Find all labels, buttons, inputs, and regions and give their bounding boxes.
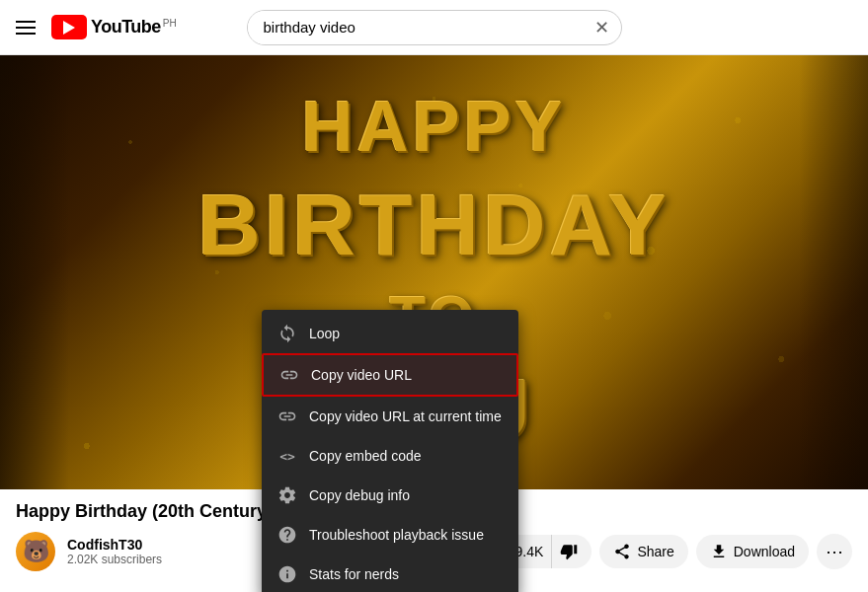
context-menu-copy-embed[interactable]: <> Copy embed code: [262, 436, 518, 476]
link-time-icon: [277, 407, 297, 426]
side-overlay-left: [0, 55, 69, 489]
loop-label: Loop: [309, 326, 340, 341]
copy-embed-label: Copy embed code: [309, 448, 422, 464]
video-player[interactable]: HAPPY BIRTHDAY TO YOU Loop C: [0, 55, 868, 489]
link-icon: [279, 365, 299, 385]
thumbs-down-icon: [560, 543, 578, 560]
embed-icon: <>: [277, 446, 297, 466]
troubleshoot-label: Troubleshoot playback issue: [309, 527, 484, 543]
download-label: Download: [734, 544, 795, 559]
search-bar: ✕: [247, 10, 622, 45]
logo-text: YouTube: [91, 17, 161, 37]
action-buttons: 9.4K Share Download: [478, 534, 852, 569]
copy-url-time-label: Copy video URL at current time: [309, 408, 502, 424]
context-menu-loop[interactable]: Loop: [262, 314, 518, 353]
share-icon: [613, 543, 631, 560]
search-input[interactable]: [248, 11, 583, 44]
context-menu: Loop Copy video URL Copy video URL at cu…: [262, 310, 518, 592]
context-menu-stats[interactable]: Stats for nerds: [262, 555, 518, 592]
more-dots-icon: ⋯: [826, 541, 843, 562]
context-menu-copy-url-time[interactable]: Copy video URL at current time: [262, 397, 518, 436]
download-icon: [710, 543, 728, 560]
side-overlay-right: [799, 55, 868, 489]
search-clear-button[interactable]: ✕: [583, 17, 621, 38]
channel-avatar[interactable]: 🐻: [16, 532, 55, 571]
dislike-button[interactable]: [552, 535, 592, 568]
logo-country: PH: [163, 18, 177, 29]
debug-icon: [277, 485, 297, 505]
copy-url-label: Copy video URL: [311, 367, 412, 383]
youtube-logo-icon: [51, 15, 87, 39]
more-button[interactable]: ⋯: [817, 534, 852, 569]
share-button[interactable]: Share: [599, 535, 687, 568]
copy-debug-label: Copy debug info: [309, 487, 410, 503]
loop-icon: [277, 324, 297, 343]
context-menu-troubleshoot[interactable]: Troubleshoot playback issue: [262, 515, 518, 555]
stats-label: Stats for nerds: [309, 566, 399, 582]
context-menu-copy-debug[interactable]: Copy debug info: [262, 476, 518, 515]
context-menu-copy-url[interactable]: Copy video URL: [262, 353, 518, 397]
avatar-emoji: 🐻: [23, 539, 49, 564]
hamburger-menu[interactable]: [16, 21, 36, 35]
youtube-logo[interactable]: YouTube PH: [51, 15, 177, 39]
like-count: 9.4K: [515, 544, 544, 559]
info-icon: [277, 564, 297, 584]
share-label: Share: [637, 544, 673, 559]
header: YouTube PH ✕: [0, 0, 868, 55]
help-icon: [277, 525, 297, 545]
download-button[interactable]: Download: [696, 535, 809, 568]
